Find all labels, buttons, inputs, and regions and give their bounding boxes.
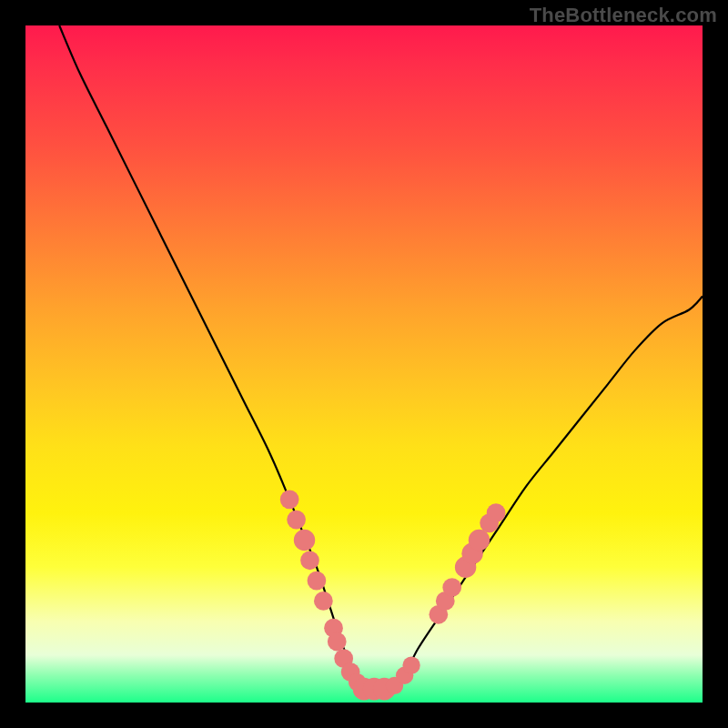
curve-marker	[308, 571, 327, 591]
plot-area	[25, 25, 703, 703]
outer-frame: TheBottleneck.com	[0, 0, 728, 728]
curve-marker	[314, 592, 333, 611]
curve-marker	[469, 530, 490, 551]
curve-marker	[487, 503, 506, 522]
watermark-text: TheBottleneck.com	[530, 4, 717, 27]
curve-marker	[300, 551, 319, 570]
chart-svg	[25, 25, 703, 703]
curve-marker	[287, 511, 306, 530]
curve-marker	[402, 656, 420, 673]
marker-group	[280, 490, 506, 700]
curve-marker	[328, 632, 347, 652]
curve-marker	[442, 578, 461, 597]
curve-marker	[294, 530, 315, 551]
curve-marker	[280, 490, 299, 509]
bottleneck-curve	[59, 25, 703, 691]
